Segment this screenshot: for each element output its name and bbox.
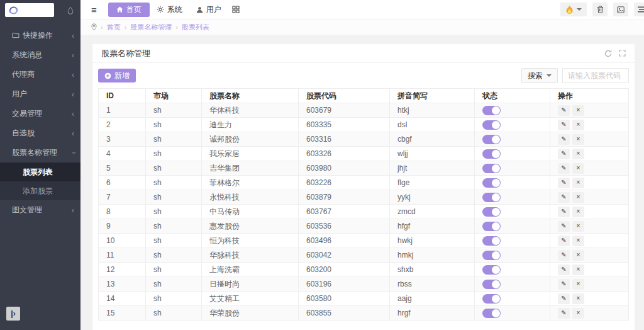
sidebar-item-2[interactable]: 代理商‹ [0, 65, 80, 84]
sidebar-subitem-6-0[interactable]: 股票列表 [0, 162, 80, 181]
table-row: 8sh中马传动603767zmcd✎× [99, 205, 629, 219]
delete-button[interactable]: × [572, 192, 584, 203]
status-toggle[interactable] [482, 106, 501, 115]
edit-button[interactable]: ✎ [558, 279, 570, 290]
edit-button[interactable]: ✎ [558, 120, 570, 130]
delete-button[interactable]: × [572, 149, 584, 159]
apps-grid-icon[interactable] [232, 6, 240, 13]
delete-button[interactable]: × [572, 207, 584, 217]
sidebar-item-label: 股票名称管理 [12, 148, 57, 157]
fullscreen-icon[interactable] [619, 50, 626, 57]
edit-button[interactable]: ✎ [558, 293, 570, 304]
delete-button[interactable]: × [572, 250, 584, 261]
breadcrumb-link-2[interactable]: 股票列表 [182, 23, 209, 32]
delete-button[interactable]: × [572, 178, 584, 188]
sidebar-item-1[interactable]: 系统消息‹ [0, 45, 80, 65]
status-toggle[interactable] [482, 120, 501, 130]
cell-code: 603855 [299, 306, 390, 321]
image-icon [617, 6, 625, 13]
edit-button[interactable]: ✎ [558, 163, 570, 174]
delete-button[interactable]: × [572, 279, 584, 290]
cell-name: 永悦科技 [202, 190, 299, 205]
app-logo[interactable] [5, 3, 54, 17]
edit-button[interactable]: ✎ [558, 308, 570, 319]
sidebar-item-7[interactable]: 图文管理‹ [0, 200, 80, 220]
log-list-button[interactable] [634, 3, 644, 16]
status-toggle[interactable] [482, 309, 501, 318]
status-toggle[interactable] [482, 280, 501, 289]
table-row: 14sh艾艾精工603580aajg✎× [99, 292, 629, 306]
delete-button[interactable]: × [572, 308, 584, 319]
search-input[interactable] [562, 68, 629, 83]
edit-button[interactable]: ✎ [558, 250, 570, 261]
delete-button[interactable]: × [572, 236, 584, 246]
cell-pinyin: wljj [390, 147, 475, 161]
status-toggle[interactable] [482, 164, 501, 173]
theme-flame-button[interactable] [560, 3, 587, 16]
delete-button[interactable]: × [572, 221, 584, 232]
edit-button[interactable]: ✎ [558, 221, 570, 232]
edit-button[interactable]: ✎ [558, 207, 570, 217]
card-body: 新增 搜索 [92, 63, 635, 326]
edit-button[interactable]: ✎ [558, 192, 570, 203]
cell-status [475, 161, 550, 176]
edit-button[interactable]: ✎ [558, 178, 570, 188]
list-icon [638, 6, 644, 13]
cell-name: 艾艾精工 [202, 292, 299, 306]
sidebar-item-5[interactable]: 自选股‹ [0, 123, 80, 143]
cell-name: 日播时尚 [202, 277, 299, 292]
nav-item-0[interactable]: 首页 [108, 3, 150, 17]
droplet-icon[interactable] [67, 6, 74, 17]
status-toggle[interactable] [482, 222, 501, 231]
status-toggle[interactable] [482, 207, 501, 217]
status-toggle[interactable] [482, 135, 501, 144]
cell-code: 603767 [299, 205, 390, 219]
cell-id: 12 [99, 263, 146, 277]
trash-button[interactable] [592, 3, 608, 16]
sidebar-item-6[interactable]: 股票名称管理‹ [0, 143, 80, 162]
status-toggle[interactable] [482, 236, 501, 246]
cell-market: sh [146, 292, 202, 306]
status-toggle[interactable] [482, 193, 501, 202]
sidebar-item-0[interactable]: 快捷操作‹ [0, 26, 80, 45]
cell-status [475, 234, 550, 248]
search-dropdown-button[interactable]: 搜索 [521, 68, 558, 83]
delete-button[interactable]: × [572, 105, 584, 116]
cell-market: sh [146, 176, 202, 190]
breadcrumb-link-1[interactable]: 股票名称管理 [130, 23, 172, 32]
cell-id: 8 [99, 205, 146, 219]
breadcrumb-link-0[interactable]: 首页 [107, 23, 121, 32]
cell-id: 3 [99, 132, 146, 147]
nav-item-1[interactable]: 系统 [150, 0, 189, 19]
sidebar-collapse-button[interactable]: |› [6, 307, 20, 321]
status-toggle[interactable] [482, 294, 501, 304]
refresh-icon[interactable] [604, 50, 612, 57]
edit-button[interactable]: ✎ [558, 265, 570, 275]
delete-button[interactable]: × [572, 134, 584, 145]
edit-button[interactable]: ✎ [558, 149, 570, 159]
delete-button[interactable]: × [572, 120, 584, 130]
table-row: 15sh华荣股份603855hrgf✎× [99, 306, 629, 321]
column-header-6: 操作 [550, 89, 629, 103]
table-body: 1sh华体科技603679htkj✎×2sh迪生力603335dsl✎×3sh诚… [99, 103, 629, 321]
image-button[interactable] [613, 3, 628, 16]
add-button[interactable]: 新增 [98, 69, 136, 82]
hamburger-icon[interactable]: ≡ [91, 5, 97, 14]
delete-button[interactable]: × [572, 293, 584, 304]
edit-button[interactable]: ✎ [558, 105, 570, 116]
status-toggle[interactable] [482, 149, 501, 159]
edit-button[interactable]: ✎ [558, 236, 570, 246]
main-area: ≡ 首页系统用户 [80, 0, 644, 330]
status-toggle[interactable] [482, 178, 501, 188]
delete-button[interactable]: × [572, 163, 584, 174]
sidebar-item-4[interactable]: 交易管理‹ [0, 104, 80, 123]
nav-item-2[interactable]: 用户 [189, 0, 228, 19]
status-toggle[interactable] [482, 265, 501, 275]
table-row: 5sh吉华集团603980jhjt✎× [99, 161, 629, 176]
status-toggle[interactable] [482, 251, 501, 260]
sidebar-item-3[interactable]: 用户‹ [0, 84, 80, 104]
edit-button[interactable]: ✎ [558, 134, 570, 145]
column-header-2: 股票名称 [202, 89, 299, 103]
delete-button[interactable]: × [572, 265, 584, 275]
sidebar-subitem-6-1[interactable]: 添加股票 [0, 181, 80, 200]
